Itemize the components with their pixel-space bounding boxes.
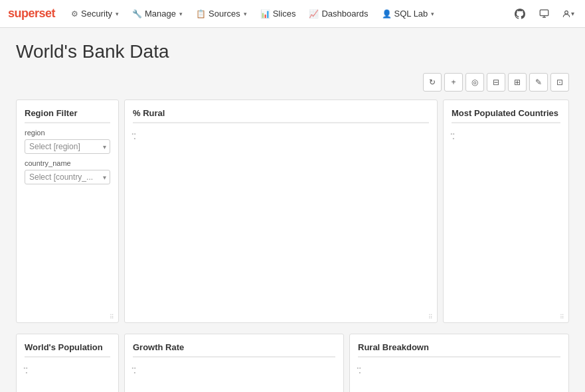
- most-populated-title: Most Populated Countries: [452, 108, 560, 123]
- grid-button[interactable]: ⊞: [508, 73, 527, 92]
- svg-point-3: [564, 11, 568, 14]
- dashboard-grid: Region Filter region Select [region] cou…: [16, 99, 569, 328]
- sources-icon: 📋: [196, 9, 206, 19]
- rural-resize-handle-icon[interactable]: ⠿: [428, 314, 435, 320]
- nav-item-manage[interactable]: 🔧 Manage ▾: [127, 6, 188, 21]
- manage-icon: 🔧: [132, 9, 142, 19]
- security-icon: ⚙: [71, 9, 78, 19]
- worlds-population-panel: World's Population ·̈ ⠿: [16, 334, 119, 392]
- edit-button[interactable]: ✎: [529, 73, 548, 92]
- rural-loading: ·̈: [133, 131, 138, 146]
- bottom-two-panels: Growth Rate ·̈ ⠿ Rural Breakdown ·̈ ⠿: [124, 334, 569, 392]
- notifications-icon-btn[interactable]: [535, 5, 553, 23]
- most-populated-content: ·̈: [452, 129, 560, 314]
- nav-sources-label: Sources: [209, 9, 240, 19]
- dashboard-toolbar: ↻ + ◎ ⊟ ⊞ ✎ ⊡: [16, 73, 569, 92]
- nav-slices-label: Slices: [273, 9, 296, 19]
- rural-panel: % Rural ·̈ ⠿: [124, 99, 438, 323]
- region-filter-title: Region Filter: [25, 108, 110, 123]
- rural-content: ·̈: [133, 129, 429, 314]
- nav-item-slices[interactable]: 📊 Slices: [255, 6, 301, 21]
- nav-security-label: Security: [81, 9, 112, 19]
- growth-rate-panel: Growth Rate ·̈ ⠿: [124, 334, 344, 392]
- navbar: superset ⚙ Security ▾ 🔧 Manage ▾ 📋 Sourc…: [0, 0, 585, 28]
- main-content: World's Bank Data ↻ + ◎ ⊟ ⊞ ✎ ⊡ Region F…: [0, 28, 585, 392]
- nav-sqllab-label: SQL Lab: [394, 9, 428, 19]
- download-button[interactable]: ⊡: [550, 73, 569, 92]
- nav-dashboards-label: Dashboards: [321, 9, 368, 19]
- sqllab-caret-icon: ▾: [431, 11, 434, 17]
- user-icon-btn[interactable]: ▾: [558, 5, 577, 23]
- github-icon-btn[interactable]: [511, 5, 529, 23]
- country-label: country_name: [25, 159, 110, 167]
- brand-logo[interactable]: superset: [8, 7, 55, 21]
- worlds-population-content: ·̈: [25, 363, 110, 392]
- manage-caret-icon: ▾: [179, 11, 183, 17]
- rural-breakdown-content: ·̈: [358, 363, 560, 392]
- country-select-wrapper[interactable]: Select [country_...: [25, 170, 110, 184]
- sqllab-icon: 👤: [382, 9, 392, 19]
- nav-item-security[interactable]: ⚙ Security ▾: [66, 6, 124, 21]
- nav-item-sqllab[interactable]: 👤 SQL Lab ▾: [376, 6, 440, 21]
- rural-breakdown-panel: Rural Breakdown ·̈ ⠿: [349, 334, 569, 392]
- dashboards-icon: 📈: [309, 9, 319, 19]
- add-button[interactable]: +: [444, 73, 463, 92]
- nav-item-dashboards[interactable]: 📈 Dashboards: [303, 6, 373, 21]
- most-populated-panel: Most Populated Countries ·̈ ⠿: [443, 99, 569, 323]
- region-select[interactable]: Select [region]: [25, 139, 110, 154]
- refresh-button[interactable]: ↻: [423, 73, 442, 92]
- resize-handle-icon[interactable]: ⠿: [110, 314, 116, 320]
- country-select[interactable]: Select [country_...: [25, 170, 110, 184]
- region-filter-panel: Region Filter region Select [region] cou…: [16, 99, 119, 323]
- most-populated-loading: ·̈: [452, 131, 457, 146]
- worlds-population-title: World's Population: [25, 342, 110, 358]
- security-caret-icon: ▾: [116, 11, 119, 17]
- region-label: region: [25, 129, 110, 137]
- worlds-population-loading: ·̈: [25, 365, 30, 380]
- rural-title: % Rural: [133, 108, 429, 123]
- rural-breakdown-loading: ·̈: [358, 365, 363, 380]
- page-title: World's Bank Data: [16, 41, 569, 62]
- nav-right-icons: ▾: [511, 5, 577, 23]
- growth-rate-title: Growth Rate: [133, 342, 335, 358]
- svg-rect-0: [540, 10, 548, 16]
- target-button[interactable]: ◎: [465, 73, 484, 92]
- rural-breakdown-title: Rural Breakdown: [358, 342, 560, 358]
- nav-manage-label: Manage: [145, 9, 176, 19]
- region-select-wrapper[interactable]: Select [region]: [25, 139, 110, 154]
- sources-caret-icon: ▾: [244, 11, 247, 17]
- growth-rate-content: ·̈: [133, 363, 335, 392]
- growth-rate-loading: ·̈: [133, 365, 138, 380]
- bottom-grid: World's Population ·̈ ⠿ Growth Rate ·̈ ⠿…: [16, 334, 569, 392]
- slices-icon: 📊: [260, 9, 270, 19]
- nav-item-sources[interactable]: 📋 Sources ▾: [191, 6, 252, 21]
- filter-button[interactable]: ⊟: [487, 73, 505, 92]
- most-populated-resize-handle-icon[interactable]: ⠿: [560, 314, 566, 320]
